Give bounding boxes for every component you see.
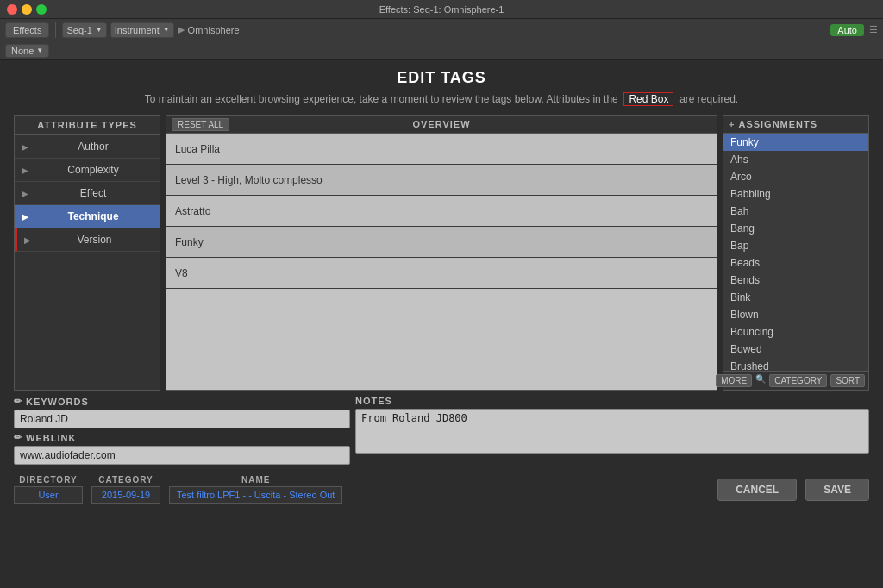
overview-row-version[interactable]: V8 xyxy=(166,258,717,289)
name-field: NAME Test filtro LPF1 - - Uscita - Stere… xyxy=(169,475,342,504)
reset-all-button[interactable]: RESET ALL xyxy=(172,118,229,131)
attr-label-effect: Effect xyxy=(34,187,153,199)
overview-row-effect[interactable]: Astratto xyxy=(166,196,717,227)
keywords-input[interactable] xyxy=(14,410,350,428)
pencil-icon: ✏ xyxy=(14,396,22,407)
window-title: Effects: Seq-1: Omnisphere-1 xyxy=(379,4,504,15)
maximize-button[interactable] xyxy=(36,4,47,15)
assign-item-babbling[interactable]: Babbling xyxy=(723,185,868,203)
window-controls xyxy=(7,4,47,15)
toolbar: Effects Seq-1 ▼ Instrument ▼ ▶ Omnispher… xyxy=(0,19,883,41)
chevron-right-icon: ▶ xyxy=(24,235,31,245)
assign-item-arco[interactable]: Arco xyxy=(723,168,868,185)
toolbar-right: Auto ☰ xyxy=(830,24,878,36)
overview-empty-space xyxy=(166,289,717,390)
bottom-bar: DIRECTORY User CATEGORY 2015-09-19 NAME … xyxy=(14,472,869,507)
menu-icon[interactable]: ☰ xyxy=(869,24,878,35)
minimize-button[interactable] xyxy=(22,4,32,15)
titlebar: Effects: Seq-1: Omnisphere-1 xyxy=(0,0,883,19)
seq-dropdown[interactable]: Seq-1 ▼ xyxy=(62,22,106,38)
category-button[interactable]: CATEGORY xyxy=(769,374,827,387)
attr-label-version: Version xyxy=(36,234,153,246)
assignments-panel: + ASSIGNMENTS Funky Ahs Arco Babbling Ba… xyxy=(723,115,869,391)
assign-item-bends[interactable]: Bends xyxy=(723,272,868,289)
toolbar-separator xyxy=(55,22,56,38)
weblink-section: ✏ WEBLINK xyxy=(14,432,350,465)
assign-item-funky[interactable]: Funky xyxy=(723,134,868,151)
auto-badge[interactable]: Auto xyxy=(830,24,864,36)
chevron-down-icon: ▼ xyxy=(163,26,170,34)
directory-field: DIRECTORY User xyxy=(14,475,83,504)
red-box-indicator: Red Box xyxy=(623,92,673,106)
assignments-header: + ASSIGNMENTS xyxy=(723,116,868,134)
none-dropdown[interactable]: None ▼ xyxy=(5,44,49,58)
three-col-layout: ATTRIBUTE TYPES ▶ Author ▶ Complexity ▶ … xyxy=(14,115,869,391)
assign-item-brushed[interactable]: Brushed xyxy=(723,358,868,371)
effects-button[interactable]: Effects xyxy=(5,22,49,38)
assign-item-bink[interactable]: Bink xyxy=(723,289,868,306)
attr-label-complexity: Complexity xyxy=(34,164,153,176)
chevron-right-icon: ▶ xyxy=(22,166,28,175)
category-field: CATEGORY 2015-09-19 xyxy=(91,475,160,504)
dialog-subtitle: To maintain an excellent browsing experi… xyxy=(14,92,869,106)
attr-item-complexity[interactable]: ▶ Complexity xyxy=(15,159,160,182)
overview-header: RESET ALL OVERVIEW xyxy=(166,116,717,134)
overview-row-technique[interactable]: Funky xyxy=(166,227,717,258)
assignments-footer: MORE 🔍 CATEGORY SORT xyxy=(723,371,868,390)
attribute-types-header: ATTRIBUTE TYPES xyxy=(15,116,160,135)
overview-title: OVERVIEW xyxy=(412,119,470,129)
chevron-right-icon: ▶ xyxy=(22,212,28,222)
toolbar2: None ▼ xyxy=(0,41,883,60)
notes-section: NOTES xyxy=(355,396,869,465)
attribute-types-panel: ATTRIBUTE TYPES ▶ Author ▶ Complexity ▶ … xyxy=(14,115,160,391)
overview-panel: RESET ALL OVERVIEW Luca Pilla Level 3 - … xyxy=(166,115,717,391)
chevron-right-icon: ▶ xyxy=(22,142,28,152)
directory-label: DIRECTORY xyxy=(14,475,83,485)
assign-item-bap[interactable]: Bap xyxy=(723,237,868,254)
main-content: EDIT TAGS To maintain an excellent brows… xyxy=(0,60,883,588)
plus-icon: + xyxy=(729,119,735,129)
assign-item-blown[interactable]: Blown xyxy=(723,306,868,323)
attr-item-version[interactable]: ▶ Version xyxy=(15,228,160,252)
keywords-section: ✏ KEYWORDS ✏ WEBLINK xyxy=(14,396,350,465)
breadcrumb-separator: ▶ xyxy=(178,24,185,35)
chevron-down-icon: ▼ xyxy=(36,47,43,54)
weblink-label: ✏ WEBLINK xyxy=(14,432,350,443)
assign-item-beads[interactable]: Beads xyxy=(723,254,868,272)
close-button[interactable] xyxy=(7,4,17,15)
assignments-list[interactable]: Funky Ahs Arco Babbling Bah Bang Bap Bea… xyxy=(723,134,868,371)
name-value[interactable]: Test filtro LPF1 - - Uscita - Stereo Out xyxy=(169,486,342,504)
assign-item-bang[interactable]: Bang xyxy=(723,220,868,237)
chevron-right-icon: ▶ xyxy=(22,189,28,198)
dialog-title: EDIT TAGS xyxy=(14,69,869,87)
category-label: CATEGORY xyxy=(91,475,160,485)
attr-item-author[interactable]: ▶ Author xyxy=(15,135,160,159)
assign-item-bouncing[interactable]: Bouncing xyxy=(723,323,868,341)
assign-item-ahs[interactable]: Ahs xyxy=(723,151,868,168)
weblink-input[interactable] xyxy=(14,446,350,465)
keywords-label: ✏ KEYWORDS xyxy=(14,396,350,407)
attr-item-empty1 xyxy=(15,252,160,390)
pencil-icon: ✏ xyxy=(14,432,22,443)
more-button[interactable]: MORE xyxy=(716,374,752,387)
sort-button[interactable]: SORT xyxy=(830,374,865,387)
overview-row-complexity[interactable]: Level 3 - High, Molto complesso xyxy=(166,165,717,196)
attr-label-author: Author xyxy=(34,141,153,153)
assign-item-bah[interactable]: Bah xyxy=(723,203,868,220)
directory-value[interactable]: User xyxy=(14,486,83,504)
instrument-dropdown[interactable]: Instrument ▼ xyxy=(110,22,174,38)
attr-item-effect[interactable]: ▶ Effect xyxy=(15,182,160,205)
overview-row-author[interactable]: Luca Pilla xyxy=(166,134,717,165)
assign-item-bowed[interactable]: Bowed xyxy=(723,341,868,358)
name-label: NAME xyxy=(169,475,342,485)
category-value[interactable]: 2015-09-19 xyxy=(91,486,160,504)
chevron-down-icon: ▼ xyxy=(96,26,103,34)
attr-item-technique[interactable]: ▶ Technique xyxy=(15,205,160,228)
notes-textarea[interactable] xyxy=(355,409,869,454)
keywords-notes-row: ✏ KEYWORDS ✏ WEBLINK NOTES xyxy=(14,396,869,465)
cancel-button[interactable]: CANCEL xyxy=(717,479,797,501)
attr-label-technique: Technique xyxy=(34,210,153,222)
save-button[interactable]: SAVE xyxy=(805,479,869,501)
overview-rows: Luca Pilla Level 3 - High, Molto comples… xyxy=(166,134,717,390)
omnisphere-label: Omnisphere xyxy=(188,25,240,35)
